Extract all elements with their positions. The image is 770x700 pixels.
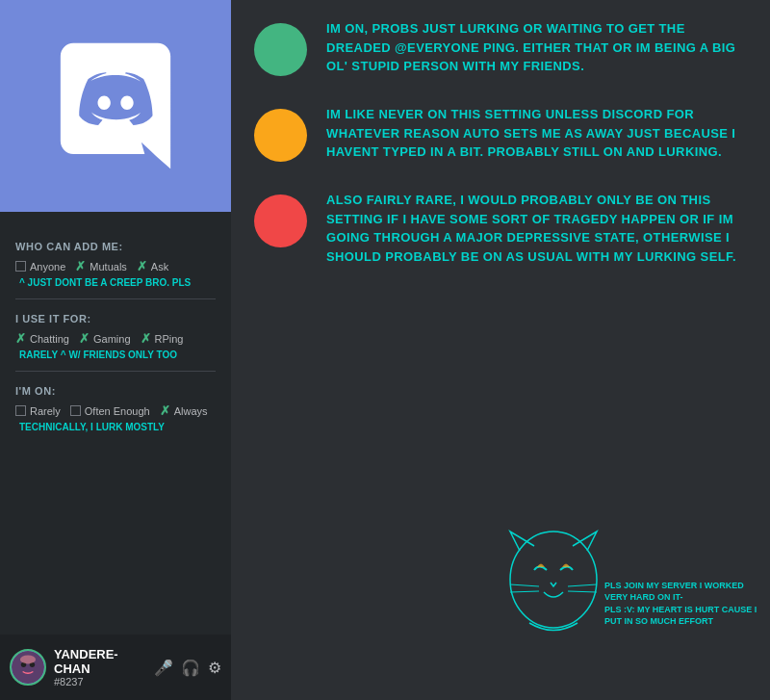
label-ask: Ask bbox=[151, 261, 168, 272]
x-mutuals: ✗ bbox=[75, 260, 86, 272]
option-mutuals: ✗ Mutuals bbox=[75, 260, 127, 272]
label-mutuals: Mutuals bbox=[90, 261, 127, 272]
status-block-online: IM ON, PROBS JUST LURKING OR WAITING TO … bbox=[254, 19, 747, 76]
status-text-idle: IM LIKE NEVER ON THIS SETTING UNLESS DIS… bbox=[326, 105, 747, 162]
checkbox-rarely bbox=[15, 405, 26, 416]
mic-icon[interactable]: 🎤 bbox=[154, 659, 173, 677]
username: YANDERE-CHAN bbox=[54, 647, 146, 676]
left-content: WHO CAN ADD ME: Anyone ✗ Mutuals ✗ Ask ^… bbox=[0, 212, 231, 700]
i-use-it-for-title: I USE IT FOR: bbox=[15, 313, 216, 324]
x-chatting: ✗ bbox=[15, 332, 26, 345]
option-always: ✗ Always bbox=[160, 404, 208, 417]
label-always: Always bbox=[174, 405, 208, 417]
i-use-it-for-note: RARELY ^ W/ FRIENDS ONLY TOO bbox=[19, 349, 216, 361]
avatar bbox=[10, 649, 46, 686]
label-gaming: Gaming bbox=[93, 333, 131, 345]
overlay-text: PLS JOIN MY SERVER I WORKED VERY HARD ON… bbox=[604, 580, 758, 628]
character-sketch bbox=[491, 527, 616, 642]
divider-2 bbox=[15, 371, 216, 372]
who-can-add-note: ^ JUST DONT BE A CREEP BRO. PLS bbox=[19, 276, 216, 289]
option-rping: ✗ RPing bbox=[141, 332, 184, 345]
checkbox-often bbox=[70, 405, 81, 416]
label-anyone: Anyone bbox=[30, 261, 65, 272]
status-block-dnd: ALSO FAIRLY RARE, I WOULD PROBABLY ONLY … bbox=[254, 191, 747, 266]
im-on-note: TECHNICALLY, I LURK MOSTLY bbox=[19, 421, 216, 433]
svg-line-8 bbox=[568, 591, 597, 592]
status-block-idle: IM LIKE NEVER ON THIS SETTING UNLESS DIS… bbox=[254, 105, 747, 162]
option-often: Often Enough bbox=[70, 405, 150, 417]
status-dot-dnd bbox=[254, 194, 307, 247]
status-text-dnd: ALSO FAIRLY RARE, I WOULD PROBABLY ONLY … bbox=[326, 191, 747, 266]
who-can-add-options: Anyone ✗ Mutuals ✗ Ask bbox=[15, 260, 216, 272]
bottom-bar: YANDERE-CHAN #8237 🎤 🎧 ⚙ bbox=[0, 635, 231, 700]
option-anyone: Anyone bbox=[15, 261, 65, 272]
who-can-add-title: WHO CAN ADD ME: bbox=[15, 241, 216, 252]
divider-1 bbox=[15, 298, 216, 299]
discord-logo-icon bbox=[38, 29, 192, 183]
option-ask: ✗ Ask bbox=[137, 260, 168, 272]
im-on-options: Rarely Often Enough ✗ Always bbox=[15, 404, 216, 417]
status-text-online: IM ON, PROBS JUST LURKING OR WAITING TO … bbox=[326, 19, 747, 76]
label-often: Often Enough bbox=[85, 405, 150, 417]
bottom-icons: 🎤 🎧 ⚙ bbox=[154, 659, 221, 677]
label-rping: RPing bbox=[155, 333, 184, 345]
discriminator: #8237 bbox=[54, 676, 146, 687]
x-rping: ✗ bbox=[141, 332, 151, 345]
svg-line-5 bbox=[510, 584, 539, 586]
x-ask: ✗ bbox=[137, 260, 147, 272]
i-use-it-for-options: ✗ Chatting ✗ Gaming ✗ RPing bbox=[15, 332, 216, 345]
x-gaming: ✗ bbox=[79, 332, 90, 345]
svg-line-7 bbox=[568, 584, 597, 586]
settings-icon[interactable]: ⚙ bbox=[208, 659, 221, 677]
discord-logo-area bbox=[0, 0, 231, 212]
svg-line-6 bbox=[510, 591, 539, 592]
x-always: ✗ bbox=[160, 404, 170, 417]
status-dot-online bbox=[254, 23, 307, 76]
option-chatting: ✗ Chatting bbox=[15, 332, 69, 345]
im-on-title: I'M ON: bbox=[15, 385, 216, 397]
svg-point-4 bbox=[510, 531, 597, 628]
avatar-image bbox=[12, 649, 44, 686]
left-panel: WHO CAN ADD ME: Anyone ✗ Mutuals ✗ Ask ^… bbox=[0, 0, 231, 700]
character-sketch-svg bbox=[491, 527, 616, 642]
label-rarely: Rarely bbox=[30, 405, 61, 417]
status-dot-idle bbox=[254, 109, 307, 162]
svg-point-3 bbox=[20, 655, 36, 663]
user-info: YANDERE-CHAN #8237 bbox=[54, 647, 146, 687]
option-gaming: ✗ Gaming bbox=[79, 332, 131, 345]
checkbox-anyone bbox=[15, 261, 26, 272]
headphones-icon[interactable]: 🎧 bbox=[181, 659, 200, 677]
label-chatting: Chatting bbox=[30, 333, 69, 345]
option-rarely: Rarely bbox=[15, 405, 61, 417]
